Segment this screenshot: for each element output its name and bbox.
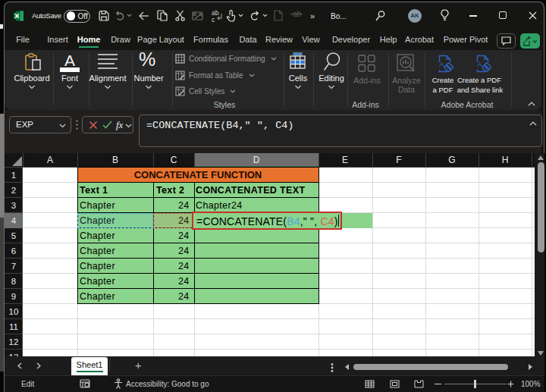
svg-text:c: c <box>212 16 215 23</box>
svg-text:A: A <box>64 52 75 69</box>
svg-text:A: A <box>439 61 444 68</box>
svg-text:A: A <box>477 61 482 68</box>
